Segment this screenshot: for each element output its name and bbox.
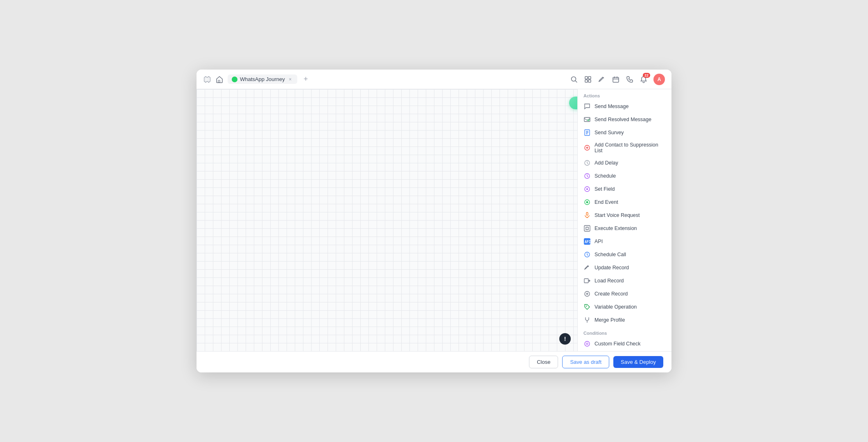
svg-point-26 xyxy=(585,341,590,346)
bottom-bar: Close Save as draft Save & Deploy xyxy=(197,351,671,372)
action-item-add-contact-suppression[interactable]: Add Contact to Suppression List xyxy=(578,139,671,156)
create-record-label: Create Record xyxy=(594,291,628,297)
execute-extension-label: Execute Extension xyxy=(594,226,637,231)
svg-rect-23 xyxy=(584,279,588,283)
schedule-icon xyxy=(583,172,591,180)
custom-field-check-icon xyxy=(583,340,591,347)
save-deploy-button[interactable]: Save & Deploy xyxy=(613,356,663,368)
send-resolved-message-label: Send Resolved Message xyxy=(594,117,651,122)
phone-icon[interactable] xyxy=(626,75,634,83)
notification-icon[interactable]: 22 xyxy=(640,75,648,83)
section-header-actions: Actions xyxy=(578,89,671,100)
api-icon: API xyxy=(583,238,591,245)
api-label: API xyxy=(594,239,603,244)
schedule-label: Schedule xyxy=(594,173,616,179)
action-item-api[interactable]: APIAPI xyxy=(578,235,671,248)
whatsapp-journey-tab[interactable]: WhatsApp Journey × xyxy=(228,74,297,84)
section-header-communication: Communication xyxy=(578,350,671,351)
send-survey-icon xyxy=(583,129,591,136)
add-tab-button[interactable]: + xyxy=(301,75,310,84)
top-bar: WhatsApp Journey × + xyxy=(197,70,671,89)
svg-text:API: API xyxy=(585,240,590,244)
svg-rect-7 xyxy=(613,77,619,82)
action-item-schedule[interactable]: Schedule xyxy=(578,169,671,183)
merge-profile-label: Merge Profile xyxy=(594,317,625,323)
actions-panel: ActionsSend MessageSend Resolved Message… xyxy=(577,89,671,351)
home-icon[interactable] xyxy=(215,75,224,83)
action-item-send-resolved-message[interactable]: Send Resolved Message xyxy=(578,113,671,126)
calendar-icon[interactable] xyxy=(612,75,620,83)
add-delay-icon xyxy=(583,159,591,167)
action-item-custom-field-check[interactable]: Custom Field Check xyxy=(578,337,671,350)
action-item-execute-extension[interactable]: Execute Extension xyxy=(578,222,671,235)
action-item-variable-operation[interactable]: Variable Operation xyxy=(578,300,671,313)
end-event-label: End Event xyxy=(594,199,618,205)
set-field-icon xyxy=(583,185,591,193)
add-contact-suppression-icon xyxy=(583,144,591,151)
top-bar-right: 22 A xyxy=(570,74,665,85)
load-record-label: Load Record xyxy=(594,278,624,284)
svg-point-25 xyxy=(586,306,587,307)
action-item-end-event[interactable]: End Event xyxy=(578,196,671,209)
svg-rect-5 xyxy=(585,80,588,82)
close-button[interactable]: Close xyxy=(529,356,558,368)
svg-rect-19 xyxy=(584,226,590,231)
svg-point-1 xyxy=(233,78,236,81)
start-voice-request-label: Start Voice Request xyxy=(594,212,640,218)
merge-profile-icon xyxy=(583,316,591,324)
send-resolved-message-icon xyxy=(583,116,591,123)
end-event-icon xyxy=(583,198,591,206)
update-record-icon xyxy=(583,264,591,271)
section-header-conditions: Conditions xyxy=(578,327,671,337)
create-record-icon xyxy=(583,290,591,298)
svg-point-2 xyxy=(572,77,576,81)
user-avatar[interactable]: A xyxy=(653,74,665,85)
grid-icon[interactable] xyxy=(584,75,592,83)
tab-close-button[interactable]: × xyxy=(287,77,293,82)
tab-icon xyxy=(232,77,237,82)
send-message-icon xyxy=(583,103,591,110)
search-icon[interactable] xyxy=(570,75,578,83)
action-item-send-survey[interactable]: Send Survey xyxy=(578,126,671,139)
load-record-icon xyxy=(583,277,591,284)
custom-field-check-label: Custom Field Check xyxy=(594,341,641,347)
svg-point-27 xyxy=(586,343,588,345)
app-window: WhatsApp Journey × + xyxy=(197,70,671,372)
edit-icon[interactable] xyxy=(598,75,606,83)
set-field-label: Set Field xyxy=(594,186,615,192)
execute-extension-icon xyxy=(583,225,591,232)
add-contact-suppression-label: Add Contact to Suppression List xyxy=(594,142,666,153)
variable-operation-label: Variable Operation xyxy=(594,304,637,310)
action-item-schedule-call[interactable]: Schedule Call xyxy=(578,248,671,261)
logo-icon xyxy=(203,75,211,83)
action-item-update-record[interactable]: Update Record xyxy=(578,261,671,274)
schedule-call-icon xyxy=(583,251,591,258)
svg-rect-6 xyxy=(588,80,591,82)
svg-rect-3 xyxy=(585,77,588,79)
svg-rect-17 xyxy=(586,212,588,215)
update-record-label: Update Record xyxy=(594,265,629,271)
svg-point-14 xyxy=(586,188,588,190)
action-item-load-record[interactable]: Load Record xyxy=(578,274,671,287)
action-item-create-record[interactable]: Create Record xyxy=(578,287,671,300)
notification-badge: 22 xyxy=(643,73,650,78)
top-bar-left: WhatsApp Journey × + xyxy=(203,74,310,84)
send-message-label: Send Message xyxy=(594,104,628,109)
action-item-set-field[interactable]: Set Field xyxy=(578,183,671,196)
action-item-start-voice-request[interactable]: Start Voice Request xyxy=(578,209,671,222)
action-item-send-message[interactable]: Send Message xyxy=(578,100,671,113)
start-voice-request-icon xyxy=(583,212,591,219)
svg-rect-0 xyxy=(218,80,220,82)
schedule-call-label: Schedule Call xyxy=(594,252,626,257)
svg-rect-8 xyxy=(584,117,590,122)
svg-point-16 xyxy=(586,201,588,203)
add-delay-label: Add Delay xyxy=(594,160,618,166)
save-draft-button[interactable]: Save as draft xyxy=(562,356,609,368)
action-item-add-delay[interactable]: Add Delay xyxy=(578,156,671,169)
variable-operation-icon xyxy=(583,303,591,311)
svg-rect-4 xyxy=(588,77,591,79)
tab-label: WhatsApp Journey xyxy=(240,76,285,82)
action-item-merge-profile[interactable]: Merge Profile xyxy=(578,313,671,327)
send-survey-label: Send Survey xyxy=(594,130,624,135)
info-button[interactable]: ! xyxy=(559,333,571,345)
